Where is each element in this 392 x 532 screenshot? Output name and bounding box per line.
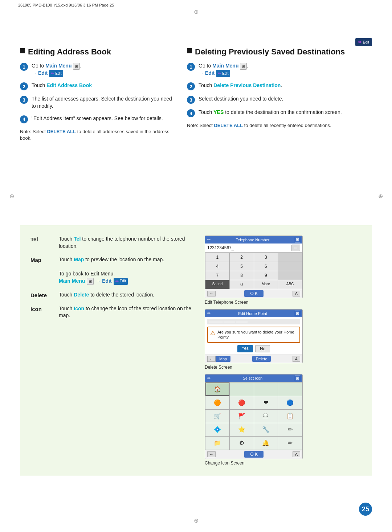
delete-link[interactable]: Delete	[74, 292, 89, 298]
del-main-menu-link[interactable]: Main Menu	[212, 63, 238, 69]
tel-a-btn[interactable]: A	[293, 291, 300, 296]
icon-cell-diamond[interactable]: 💠	[205, 423, 229, 436]
main-menu-chip-1: ⊞	[73, 63, 80, 70]
term-map: Map Touch Map to preview the location on…	[30, 256, 194, 285]
icon-link[interactable]: Icon	[74, 306, 84, 311]
icon-cell-1[interactable]	[230, 382, 254, 396]
delete-prev-link[interactable]: Delete Previous Destination	[213, 82, 281, 88]
key-2[interactable]: 2	[230, 253, 254, 262]
icon-cell-edit[interactable]: ✏	[278, 437, 302, 450]
key-4[interactable]: 4	[205, 262, 229, 271]
edit-chip-1[interactable]: ✏ Edit	[49, 70, 63, 77]
main-menu-link-1[interactable]: Main Menu	[45, 63, 72, 69]
icon-screen-container: ✏ Select Icon ⊞ 🏠 🟠 🔴 ❤ 🔵 🛒	[205, 374, 362, 466]
home-pencil-icon: ✏	[207, 311, 211, 316]
icon-arrow-left[interactable]: ←	[207, 451, 216, 457]
map-link[interactable]: Map	[74, 257, 84, 262]
icon-cell-2[interactable]	[254, 382, 278, 396]
icon-cell-cart[interactable]: 🛒	[205, 410, 229, 423]
tel-arrow-left[interactable]: ←	[207, 291, 216, 296]
tel-ok-row: ← O K A	[205, 289, 302, 298]
tel-screen-title: ✏ Telephone Number ⊞	[205, 236, 302, 244]
step-1-text: Go to Main Menu ⊞ . → Edit ✏ Edit	[32, 62, 81, 77]
page-border-left	[11, 0, 11, 532]
deleting-step-4: 4 Touch YES to delete the destination on…	[187, 109, 372, 117]
key-sound[interactable]: Sound	[205, 280, 229, 289]
home-delete-btn[interactable]: Delete	[252, 356, 271, 362]
yes-link[interactable]: YES	[213, 109, 224, 115]
key-abc[interactable]: ABC	[278, 280, 302, 289]
step-circle-3: 3	[20, 96, 28, 104]
home-footer: ← Map Delete A	[205, 355, 302, 363]
icon-cell-circle-red[interactable]: 🔴	[230, 396, 254, 409]
home-arrow-left[interactable]: ←	[207, 356, 216, 362]
icon-cell-house[interactable]: 🏠	[205, 382, 229, 396]
deleting-step-2: 2 Touch Delete Previous Destination.	[187, 82, 372, 90]
step-circle-2: 2	[20, 82, 28, 90]
icon-cell-pencil[interactable]: ✏	[278, 423, 302, 436]
icon-cell-3[interactable]	[278, 382, 302, 396]
icon-a-btn[interactable]: A	[293, 451, 300, 457]
heading-square-left	[20, 48, 25, 53]
home-map-btn[interactable]: Map	[216, 356, 230, 362]
del-edit-chip-label: Edit	[222, 71, 228, 76]
key-9[interactable]: 9	[254, 271, 278, 280]
icon-cell-circle-orange[interactable]: 🟠	[205, 396, 229, 409]
del-step-4-text: Touch YES to delete the destination on t…	[199, 109, 342, 116]
tel-grid-icon: ⊞	[295, 237, 300, 242]
yes-btn[interactable]: Yes	[237, 345, 253, 352]
home-header-row: ────── ───── ─────	[207, 319, 300, 324]
icon-cell-building[interactable]: 🏛	[254, 410, 278, 423]
edit-address-link[interactable]: Edit Address Book	[46, 82, 92, 88]
key-5[interactable]: 5	[230, 262, 254, 271]
icon-cell-folder[interactable]: 📁	[205, 437, 229, 450]
icon-cell-flag[interactable]: 🚩	[230, 410, 254, 423]
icon-grid-icon: ⊞	[295, 376, 300, 381]
editing-step-4: 4 "Edit Address Item" screen appears. Se…	[20, 115, 176, 123]
editing-heading: Editing Address Book	[20, 47, 176, 57]
icon-cell-star[interactable]: ⭐	[230, 423, 254, 436]
home-a-btn[interactable]: A	[293, 356, 300, 362]
deleting-step-1: 1 Go to Main Menu ⊞ . → Edit ✏ Edit	[187, 62, 372, 77]
tel-ok-btn[interactable]: O K	[244, 290, 264, 297]
icon-screen-label: Change Icon Screen	[205, 461, 362, 466]
del-step-2-text: Touch Delete Previous Destination.	[199, 82, 282, 89]
key-0[interactable]: 0	[230, 280, 254, 289]
deleting-heading: Deleting Previously Saved Destinations	[187, 47, 372, 57]
home-grid-icon: ⊞	[295, 311, 300, 316]
key-3[interactable]: 3	[254, 253, 278, 262]
delete-all-link-1[interactable]: DELETE ALL	[47, 129, 76, 134]
icon-cell-heart[interactable]: ❤	[254, 396, 278, 409]
tel-link[interactable]: Tel	[74, 236, 81, 242]
edit-chip-label-inline: Edit	[120, 279, 126, 284]
tel-backspace-btn[interactable]: ←	[291, 245, 300, 251]
main-menu-inline[interactable]: Main Menu	[59, 278, 85, 285]
edit-chip-inline[interactable]: ✏ Edit	[114, 278, 128, 285]
icon-cell-note[interactable]: 📋	[278, 410, 302, 423]
step-4-text: "Edit Address Item" screen appears. See …	[32, 115, 163, 122]
icon-cell-circle-blue[interactable]: 🔵	[278, 396, 302, 409]
icon-cell-wrench[interactable]: 🔧	[254, 423, 278, 436]
del-step-circle-2: 2	[187, 82, 195, 90]
del-edit-chip[interactable]: ✏ Edit	[216, 70, 230, 77]
home-screen: ✏ Edit Home Point ⊞ ────── ───── ───── ⚠…	[205, 309, 303, 363]
term-delete-desc: Touch Delete to delete the stored locati…	[59, 291, 194, 299]
tel-keypad: 1 2 3 4 5 6 7 8 9 Sound 0 More ABC	[205, 253, 302, 289]
delete-all-link-2[interactable]: DELETE ALL	[214, 123, 243, 128]
grid-icon-1: ⊞	[75, 64, 78, 69]
home-screen-container: ✏ Edit Home Point ⊞ ────── ───── ───── ⚠…	[205, 309, 362, 370]
key-6[interactable]: 6	[254, 262, 278, 271]
key-more[interactable]: More	[254, 280, 278, 289]
no-btn[interactable]: No	[255, 345, 270, 352]
key-1[interactable]: 1	[205, 253, 229, 262]
key-8[interactable]: 8	[230, 271, 254, 280]
del-step-circle-3: 3	[187, 96, 195, 104]
deleting-section: Deleting Previously Saved Destinations 1…	[187, 47, 372, 142]
key-7[interactable]: 7	[205, 271, 229, 280]
icon-cell-gear[interactable]: ⚙	[230, 437, 254, 450]
icon-cell-bell[interactable]: 🔔	[254, 437, 278, 450]
pencil-icon-top: ✏	[358, 40, 362, 45]
tel-screen-container: ✏ Telephone Number ⊞ 1231234567_ ← 1 2 3…	[205, 236, 362, 305]
edit-button-top[interactable]: ✏ Edit	[355, 38, 372, 46]
icon-ok-btn[interactable]: O K	[244, 451, 264, 458]
